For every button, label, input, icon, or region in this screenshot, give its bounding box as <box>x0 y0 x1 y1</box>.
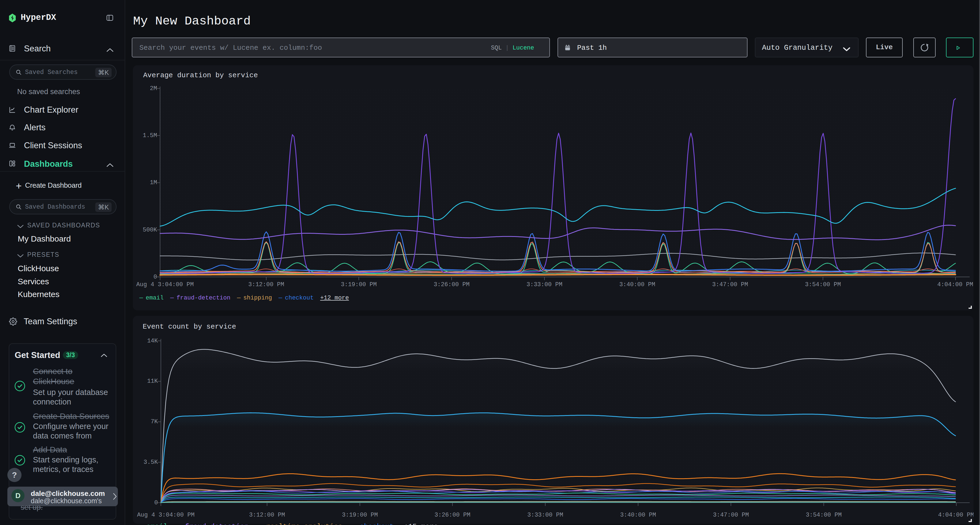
svg-text:3:47:00 PM: 3:47:00 PM <box>712 281 748 288</box>
svg-text:3:54:00 PM: 3:54:00 PM <box>805 281 841 288</box>
svg-text:Aug 4 3:04:00 PM: Aug 4 3:04:00 PM <box>137 512 194 519</box>
svg-text:3:12:00 PM: 3:12:00 PM <box>249 512 285 519</box>
svg-text:3:19:00 PM: 3:19:00 PM <box>342 512 378 519</box>
svg-text:4:04:00 PM: 4:04:00 PM <box>937 281 973 288</box>
svg-text:4:04:00 PM: 4:04:00 PM <box>938 512 974 519</box>
svg-text:14K: 14K <box>147 338 158 344</box>
svg-text:0: 0 <box>154 500 158 506</box>
svg-text:3:12:00 PM: 3:12:00 PM <box>248 281 284 288</box>
svg-text:3:33:00 PM: 3:33:00 PM <box>527 281 562 288</box>
svg-text:3:47:00 PM: 3:47:00 PM <box>713 512 749 519</box>
svg-text:1M: 1M <box>150 179 157 186</box>
svg-text:11K: 11K <box>147 378 158 385</box>
svg-text:500K: 500K <box>143 227 158 233</box>
svg-text:1.5M: 1.5M <box>143 132 157 139</box>
svg-text:2M: 2M <box>150 85 157 92</box>
svg-text:0: 0 <box>154 274 157 281</box>
svg-text:3:26:00 PM: 3:26:00 PM <box>434 281 469 288</box>
svg-text:3:33:00 PM: 3:33:00 PM <box>527 512 563 519</box>
svg-text:Aug 4 3:04:00 PM: Aug 4 3:04:00 PM <box>136 281 194 288</box>
svg-text:7K: 7K <box>151 419 158 425</box>
svg-text:3:40:00 PM: 3:40:00 PM <box>620 512 656 519</box>
svg-text:3:40:00 PM: 3:40:00 PM <box>619 281 655 288</box>
svg-text:3:54:00 PM: 3:54:00 PM <box>806 512 842 519</box>
svg-text:3:26:00 PM: 3:26:00 PM <box>434 512 470 519</box>
svg-text:3:19:00 PM: 3:19:00 PM <box>341 281 377 288</box>
svg-text:3.5K: 3.5K <box>143 459 158 466</box>
